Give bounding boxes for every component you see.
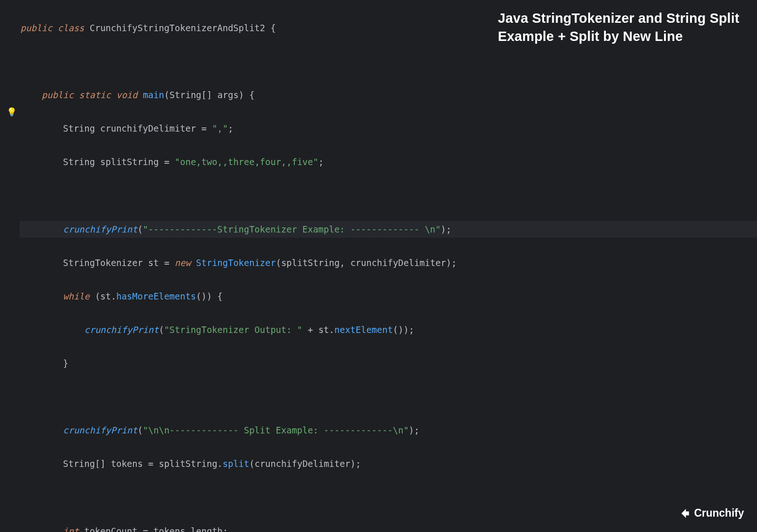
code-line — [20, 187, 757, 204]
code-line: crunchifyPrint("StringTokenizer Output: … — [20, 321, 757, 338]
code-line — [20, 489, 757, 505]
code-line: String crunchifyDelimiter = ","; — [20, 120, 757, 137]
gutter: 💡 — [0, 0, 20, 532]
code-line — [20, 388, 757, 405]
code-line: int tokenCount = tokens.length; — [20, 523, 757, 532]
code-line: String[] tokens = splitString.split(crun… — [20, 455, 757, 472]
overlay-title-line2: Example + Split by New Line — [498, 27, 739, 46]
code-line: StringTokenizer st = new StringTokenizer… — [20, 254, 757, 271]
code-editor: 💡 public class CrunchifyStringTokenizerA… — [0, 0, 757, 532]
brand-logo: Crunchify — [679, 503, 744, 524]
lightbulb-icon[interactable]: 💡 — [7, 104, 17, 120]
code-line-highlighted: crunchifyPrint("-------------StringToken… — [20, 221, 757, 238]
code-line: while (st.hasMoreElements()) { — [20, 288, 757, 305]
code-line: public static void main(String[] args) { — [20, 86, 757, 103]
code-line — [20, 53, 757, 70]
brand-text: Crunchify — [694, 503, 744, 524]
code-area[interactable]: public class CrunchifyStringTokenizerAnd… — [20, 0, 757, 532]
brand-icon — [679, 507, 691, 519]
code-line: crunchifyPrint("\n\n------------- Split … — [20, 422, 757, 439]
code-line: String splitString = "one,two,,three,fou… — [20, 153, 757, 170]
overlay-title-line1: Java StringTokenizer and String Split — [498, 9, 739, 27]
code-line: } — [20, 355, 757, 372]
overlay-title: Java StringTokenizer and String Split Ex… — [498, 9, 739, 46]
